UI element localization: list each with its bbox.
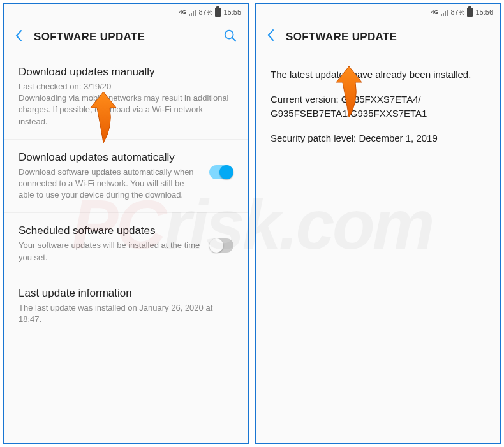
app-header: SOFTWARE UPDATE (4, 20, 248, 54)
item-title: Download updates manually (19, 66, 233, 78)
battery-icon (215, 8, 221, 17)
svg-line-1 (232, 38, 236, 41)
status-bar: 4G 87% 15:56 (256, 4, 500, 20)
screenshot-container: 4G 87% 15:55 SOFTWARE UPDATE Download up… (0, 0, 504, 447)
battery-icon (467, 8, 473, 17)
download-auto-item[interactable]: Download updates automatically Download … (4, 140, 248, 214)
clock: 15:55 (223, 8, 241, 16)
item-title: Download updates automatically (19, 151, 202, 164)
network-indicator: 4G (179, 9, 186, 15)
clock: 15:56 (475, 8, 493, 16)
item-desc: Download software updates automatically … (19, 166, 202, 202)
last-update-info-item[interactable]: Last update information The last update … (4, 275, 248, 337)
page-title: SOFTWARE UPDATE (34, 31, 212, 43)
scheduled-updates-item[interactable]: Scheduled software updates Your software… (4, 213, 248, 275)
auto-update-toggle[interactable] (209, 165, 233, 179)
security-patch-text: Security patch level: December 1, 2019 (271, 131, 485, 146)
phone-right: 4G 87% 15:56 SOFTWARE UPDATE The latest … (255, 3, 501, 444)
item-title: Last update information (19, 287, 233, 300)
scheduled-toggle[interactable] (209, 238, 233, 253)
phone-left: 4G 87% 15:55 SOFTWARE UPDATE Download up… (3, 3, 249, 444)
item-desc: Last checked on: 3/19/20 Downloading via… (19, 81, 233, 128)
status-bar: 4G 87% 15:55 (4, 4, 248, 20)
back-icon[interactable] (267, 29, 274, 45)
download-manually-item[interactable]: Download updates manually Last checked o… (4, 54, 248, 140)
search-icon[interactable] (223, 29, 237, 45)
page-title: SOFTWARE UPDATE (286, 31, 489, 43)
current-version-text: Current version: G935FXXS7ETA4/ G935FSEB… (271, 92, 485, 121)
item-desc: The last update was installed on January… (19, 302, 233, 325)
app-header: SOFTWARE UPDATE (256, 20, 500, 54)
battery-percent: 87% (198, 8, 212, 16)
item-desc: Your software updates will be installed … (19, 240, 202, 263)
signal-icon (441, 8, 448, 16)
update-info-content: The latest updates have already been ins… (256, 54, 500, 170)
battery-percent: 87% (450, 8, 464, 16)
network-indicator: 4G (431, 9, 438, 15)
item-title: Scheduled software updates (19, 224, 202, 237)
settings-list: Download updates manually Last checked o… (4, 54, 248, 443)
signal-icon (189, 8, 196, 16)
latest-updates-text: The latest updates have already been ins… (271, 68, 485, 82)
back-icon[interactable] (15, 29, 22, 45)
